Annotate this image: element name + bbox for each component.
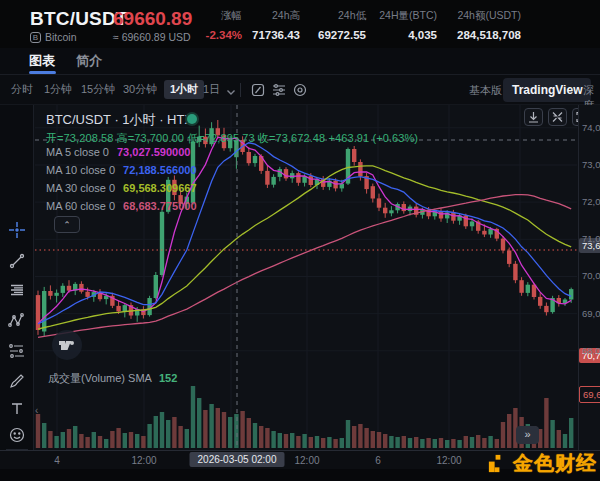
price-tick: 68,000 [582, 345, 600, 356]
legend-collapse-button[interactable]: ⌃ [54, 216, 80, 233]
interval-1h[interactable]: 1小时 [164, 80, 204, 99]
pane-collapse-handle[interactable]: ‹ [35, 405, 38, 416]
crosshair-tool[interactable] [8, 221, 26, 239]
last-price-label: 69,660.89 [579, 386, 600, 403]
indicators-icon[interactable] [271, 82, 287, 98]
crosshair-time-label: 2026-03-05 02:00 [190, 452, 285, 467]
ma60-legend: MA 60 close 068,683.775000 [46, 200, 197, 212]
trend-line-tool[interactable] [8, 252, 26, 270]
market-header: BTC/USDT B Bitcoin 69660.89 ≈ 69660.89 U… [0, 0, 600, 48]
last-price: 69660.89 [113, 8, 192, 30]
ohlc-readout: 开=73,208.58 高=73,700.00 低=72,895.73 收=73… [46, 131, 418, 146]
volume-sma-value: 152 [159, 372, 177, 384]
interval-toolbar: 分时 1分钟 15分钟 30分钟 1小时 1日 基本版 TradingView … [0, 75, 600, 105]
basic-version-link[interactable]: 基本版 [469, 83, 502, 98]
ma30-legend: MA 30 close 069,568.309667 [46, 182, 197, 194]
interval-1m[interactable]: 1分钟 [44, 82, 72, 97]
time-tick: 12:00 [131, 455, 156, 466]
golden-finance-icon [486, 452, 509, 475]
tab-chart[interactable]: 图表 [29, 52, 55, 70]
target-settings-icon[interactable] [292, 82, 308, 98]
fib-retracement-tool[interactable] [8, 282, 26, 300]
price-tick: 73,000 [582, 159, 600, 170]
xabcd-pattern-tool[interactable] [8, 312, 26, 330]
price-tick: 71,000 [582, 233, 600, 244]
price-approx-usd: ≈ 69660.89 USD [113, 31, 191, 43]
ma10-legend: MA 10 close 072,188.566000 [46, 164, 197, 176]
bitcoin-icon: B [30, 32, 41, 43]
stat-change: 涨幅 -2.34% [206, 9, 242, 41]
brush-tool[interactable] [8, 372, 26, 390]
price-tick: 72,000 [582, 196, 600, 207]
coin-name: Bitcoin [45, 31, 77, 43]
trading-app-window: BTC/USDT B Bitcoin 69660.89 ≈ 69660.89 U… [0, 0, 600, 481]
interval-30m[interactable]: 30分钟 [123, 82, 157, 97]
chart-style-icon[interactable] [250, 82, 266, 98]
divider [240, 83, 241, 97]
ma5-legend: MA 5 close 073,027.590000 [46, 146, 190, 158]
interval-realtime[interactable]: 分时 [11, 82, 33, 97]
market-status-dot [187, 114, 197, 124]
price-tick: 74,000 [582, 122, 600, 133]
tab-intro[interactable]: 简介 [76, 52, 102, 70]
golden-finance-logo: 金色财经 [484, 449, 599, 477]
stat-24h-turnover-usdt: 24h额(USDT) 284,518,708 [457, 9, 521, 41]
download-chart-button[interactable] [524, 108, 543, 126]
time-tick: 12:00 [294, 455, 319, 466]
tradingview-toggle[interactable]: TradingView [503, 78, 591, 102]
chart-legend-title: BTC/USDT · 1小时 · HTX [46, 111, 193, 129]
time-tick: 4 [54, 455, 60, 466]
interval-1d[interactable]: 1日 [203, 82, 220, 97]
price-axis[interactable]: 73,672.48 70,712.5 69,660.89 4,035 74,00… [578, 105, 600, 450]
text-tool[interactable] [8, 400, 26, 418]
interval-15m[interactable]: 15分钟 [81, 82, 115, 97]
time-tick: 12:00 [436, 455, 461, 466]
stat-24h-low: 24h低 69272.55 [318, 9, 366, 41]
active-tab-underline [29, 71, 56, 74]
price-tick: 70,000 [582, 270, 600, 281]
collapse-chart-button[interactable] [548, 108, 567, 126]
golden-finance-text: 金色财经 [513, 450, 597, 477]
tradingview-watermark [52, 330, 82, 360]
price-tick: 69,000 [582, 308, 600, 319]
tab-bar: 图表 简介 [0, 48, 600, 75]
time-tick: 6 [375, 455, 381, 466]
chevron-down-icon[interactable] [225, 84, 237, 96]
stat-24h-high: 24h高 71736.43 [252, 9, 300, 41]
drawing-toolbar [0, 105, 34, 450]
emoji-tool[interactable] [8, 426, 26, 444]
stat-24h-volume-btc: 24H量(BTC) 4,035 [379, 9, 437, 41]
volume-indicator-label: 成交量(Volume) SMA152 [48, 371, 177, 386]
forecast-tool[interactable] [8, 342, 26, 360]
go-to-realtime-button[interactable]: » [516, 426, 539, 444]
